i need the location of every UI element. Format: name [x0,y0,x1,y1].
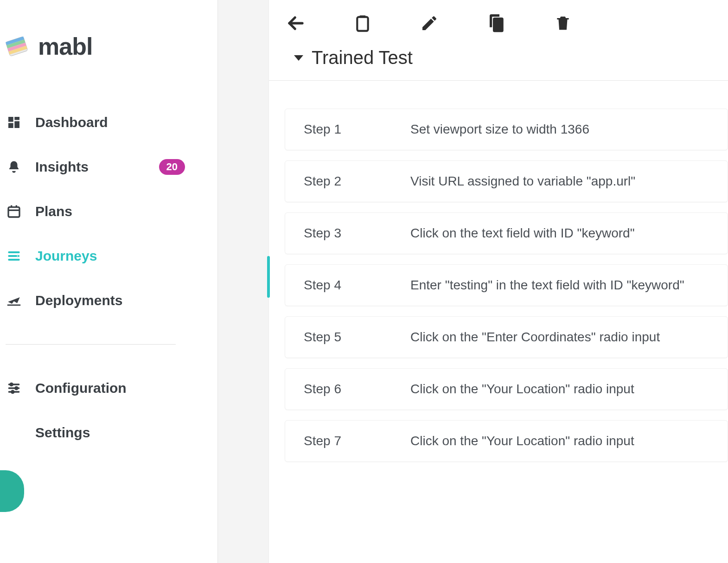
sidebar-item-label: Settings [35,425,217,441]
step-label: Step 3 [304,226,410,241]
svg-rect-8 [8,123,13,128]
secondary-nav: Configuration Settings [0,377,217,444]
step-label: Step 7 [304,434,410,448]
svg-rect-9 [8,207,19,217]
step-description: Set viewport size to width 1366 [410,122,714,137]
sidebar-item-label: Dashboard [35,115,217,130]
step-label: Step 1 [304,122,410,137]
detail-rail [218,0,269,563]
svg-point-19 [15,387,18,389]
list-icon [6,248,22,264]
caret-down-icon [294,55,303,61]
step-description: Click on the text field with ID "keyword… [410,226,714,241]
brand-name: mabl [38,32,92,60]
step-description: Click on the "Your Location" radio input [410,382,714,397]
primary-nav: Dashboard Insights 20 Plans Journeys [0,111,217,312]
step-card[interactable]: Step 2 Visit URL assigned to variable "a… [285,160,728,202]
sidebar-item-settings[interactable]: Settings [6,422,217,444]
step-description: Click on the "Your Location" radio input [410,434,714,448]
step-card[interactable]: Step 5 Click on the "Enter Coordinates" … [285,316,728,358]
main-content: Trained Test Step 1 Set viewport size to… [269,0,728,563]
step-card[interactable]: Step 7 Click on the "Your Location" radi… [285,420,728,462]
calendar-icon [6,203,22,220]
mabl-logo-icon [4,33,30,59]
sidebar-item-label: Plans [35,204,217,219]
svg-rect-5 [8,117,13,122]
step-card[interactable]: Step 4 Enter "testing" in the text field… [285,264,728,306]
bell-icon [6,159,22,175]
step-description: Visit URL assigned to variable "app.url" [410,174,714,189]
step-card[interactable]: Step 3 Click on the text field with ID "… [285,212,728,254]
gear-icon [6,424,22,441]
step-label: Step 5 [304,330,410,345]
sliders-icon [6,380,22,397]
sidebar-item-configuration[interactable]: Configuration [6,377,217,399]
sidebar-item-label: Journeys [35,248,217,264]
step-card[interactable]: Step 6 Click on the "Your Location" radi… [285,368,728,410]
edit-button[interactable] [419,13,440,33]
step-description: Click on the "Enter Coordinates" radio i… [410,330,714,345]
step-label: Step 2 [304,174,410,189]
sidebar-item-plans[interactable]: Plans [6,200,217,223]
brand-logo[interactable]: mabl [0,32,217,60]
step-card[interactable]: Step 1 Set viewport size to width 1366 [285,109,728,150]
svg-rect-23 [357,17,368,31]
step-description: Enter "testing" in the text field with I… [410,278,714,293]
help-fab[interactable] [0,470,24,512]
sidebar: mabl Dashboard Insights 20 Plans [0,0,218,563]
step-label: Step 6 [304,382,410,397]
svg-point-17 [10,383,13,385]
journey-title: Trained Test [312,47,413,68]
delete-button[interactable] [553,13,573,33]
sidebar-item-journeys[interactable]: Journeys [6,245,217,267]
journey-toolbar [269,0,728,45]
sidebar-item-dashboard[interactable]: Dashboard [6,111,217,134]
sidebar-item-label: Insights [35,159,146,175]
sidebar-item-deployments[interactable]: Deployments [6,289,217,312]
insights-badge: 20 [159,159,185,175]
duplicate-button[interactable] [486,13,506,33]
svg-rect-7 [14,121,19,128]
svg-point-21 [12,390,14,393]
steps-list: Step 1 Set viewport size to width 1366 S… [269,81,728,462]
sidebar-divider [6,344,176,345]
step-label: Step 4 [304,278,410,293]
sidebar-item-label: Deployments [35,293,217,308]
rail-active-indicator [267,256,270,298]
journey-title-row[interactable]: Trained Test [269,45,728,81]
deploy-icon [6,292,22,309]
svg-rect-6 [14,117,19,120]
sidebar-item-label: Configuration [35,380,217,396]
back-button[interactable] [286,13,306,33]
sidebar-item-insights[interactable]: Insights 20 [6,156,217,178]
clipboard-button[interactable] [352,13,373,33]
dashboard-icon [6,114,22,131]
